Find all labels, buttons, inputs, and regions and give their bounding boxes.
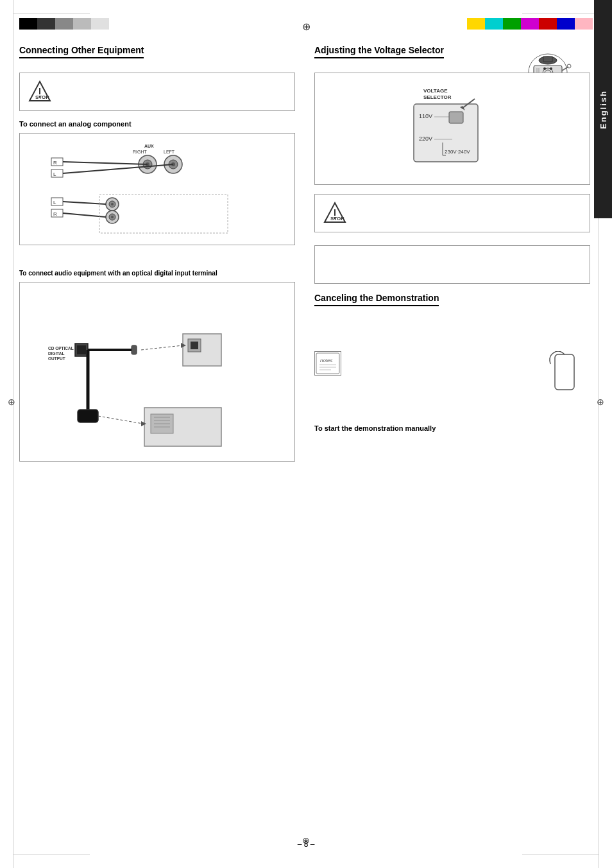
crosshair-left-mid: ⊕ bbox=[8, 397, 15, 407]
svg-text:STOP: STOP bbox=[35, 94, 49, 100]
svg-text:STOP: STOP bbox=[330, 216, 344, 221]
bottom-line-left bbox=[13, 817, 13, 855]
svg-text:R: R bbox=[53, 211, 57, 217]
remote-svg bbox=[545, 351, 584, 396]
language-sidebar: English bbox=[594, 0, 612, 218]
color-gray bbox=[55, 18, 73, 30]
svg-rect-43 bbox=[99, 195, 228, 233]
voltage-diagram-box: VOLTAGE SELECTOR 110V 220V 230V·240V bbox=[314, 73, 590, 185]
analog-diagram-box: AUX RIGHT LEFT R L bbox=[19, 133, 295, 245]
crosshair-right-mid: ⊕ bbox=[597, 397, 604, 407]
analog-diagram-svg: AUX RIGHT LEFT R L bbox=[26, 140, 288, 239]
svg-line-54 bbox=[141, 345, 183, 350]
remote-illustration bbox=[545, 351, 584, 398]
warning-box-2: STOP bbox=[314, 194, 590, 232]
stop-icon-1: STOP bbox=[28, 80, 52, 104]
bottom-border-left bbox=[13, 855, 90, 855]
svg-rect-50 bbox=[132, 345, 137, 354]
color-red bbox=[539, 18, 557, 30]
voltage-section-header: Adjusting the Voltage Selector bbox=[314, 45, 590, 65]
crosshair-top: ⊕ bbox=[302, 21, 310, 33]
svg-rect-74 bbox=[449, 112, 463, 123]
svg-text:LEFT: LEFT bbox=[164, 150, 175, 154]
margin-line-left bbox=[13, 0, 13, 868]
color-bar-right bbox=[467, 18, 593, 30]
svg-point-37 bbox=[111, 203, 114, 205]
svg-text:L: L bbox=[53, 200, 56, 205]
language-label: English bbox=[599, 90, 608, 129]
svg-rect-84 bbox=[316, 353, 339, 374]
svg-text:VOLTAGE: VOLTAGE bbox=[423, 88, 448, 94]
canceling-section: Canceling the Demonstration bbox=[314, 293, 590, 432]
svg-rect-48 bbox=[77, 345, 86, 354]
right-column: Adjusting the Voltage Selector VOLTAGE S… bbox=[314, 45, 590, 437]
svg-text:110V: 110V bbox=[419, 113, 432, 119]
top-border-left bbox=[13, 13, 90, 13]
color-blue bbox=[557, 18, 575, 30]
main-content: Connecting Other Equipment STOP To conne… bbox=[19, 45, 593, 829]
svg-point-82 bbox=[334, 218, 336, 220]
extra-box bbox=[314, 245, 590, 284]
color-black bbox=[19, 18, 37, 30]
color-yellow bbox=[467, 18, 485, 30]
optical-diagram-box: CD OPTICAL DIGITAL OUTPUT bbox=[19, 282, 295, 462]
svg-text:230V·240V: 230V·240V bbox=[445, 149, 470, 155]
optical-subtitle: To connect audio equipment with an optic… bbox=[19, 270, 295, 277]
svg-line-64 bbox=[98, 416, 143, 424]
notes-icon-svg: notes bbox=[315, 352, 341, 375]
svg-text:RIGHT: RIGHT bbox=[133, 150, 148, 154]
page-number: – 8 – bbox=[298, 840, 315, 849]
color-pink bbox=[575, 18, 593, 30]
color-lgray bbox=[73, 18, 91, 30]
canceling-content: notes bbox=[314, 351, 590, 415]
svg-rect-53 bbox=[191, 342, 198, 349]
voltage-diagram-svg: VOLTAGE SELECTOR 110V 220V 230V·240V bbox=[321, 80, 583, 179]
svg-rect-83 bbox=[555, 354, 574, 390]
stop-icon-2: STOP bbox=[323, 201, 347, 225]
svg-text:L: L bbox=[53, 171, 56, 177]
optical-diagram-svg: CD OPTICAL DIGITAL OUTPUT bbox=[26, 289, 288, 455]
bottom-line-right bbox=[599, 817, 599, 855]
svg-text:SELECTOR: SELECTOR bbox=[423, 94, 452, 100]
demo-subtitle: To start the demonstration manually bbox=[314, 424, 590, 432]
svg-line-29 bbox=[63, 162, 148, 164]
svg-text:AUX: AUX bbox=[144, 144, 154, 148]
svg-text:DIGITAL: DIGITAL bbox=[48, 351, 65, 356]
canceling-title: Canceling the Demonstration bbox=[314, 293, 439, 306]
svg-point-40 bbox=[111, 216, 114, 218]
svg-text:notes: notes bbox=[320, 358, 333, 363]
svg-text:CD OPTICAL: CD OPTICAL bbox=[48, 346, 74, 351]
warning-box-1: STOP bbox=[19, 73, 295, 111]
color-cyan bbox=[485, 18, 503, 30]
top-border-right bbox=[522, 13, 599, 13]
svg-rect-57 bbox=[78, 410, 98, 422]
color-white bbox=[91, 18, 109, 30]
voltage-title: Adjusting the Voltage Selector bbox=[314, 45, 444, 58]
svg-text:R: R bbox=[53, 160, 57, 166]
color-green bbox=[503, 18, 521, 30]
connecting-title: Connecting Other Equipment bbox=[19, 45, 144, 58]
analog-subtitle: To connect an analog component bbox=[19, 120, 295, 128]
notes-icon: notes bbox=[314, 351, 341, 376]
svg-line-30 bbox=[63, 164, 173, 173]
connecting-section-header: Connecting Other Equipment bbox=[19, 45, 295, 65]
svg-text:OUTPUT: OUTPUT bbox=[48, 356, 65, 361]
left-column: Connecting Other Equipment STOP To conne… bbox=[19, 45, 295, 471]
color-magenta bbox=[521, 18, 539, 30]
color-bar-left bbox=[19, 18, 109, 30]
bottom-border-right bbox=[522, 855, 599, 855]
svg-text:220V: 220V bbox=[419, 135, 432, 142]
color-dark bbox=[37, 18, 55, 30]
svg-point-15 bbox=[39, 96, 41, 98]
